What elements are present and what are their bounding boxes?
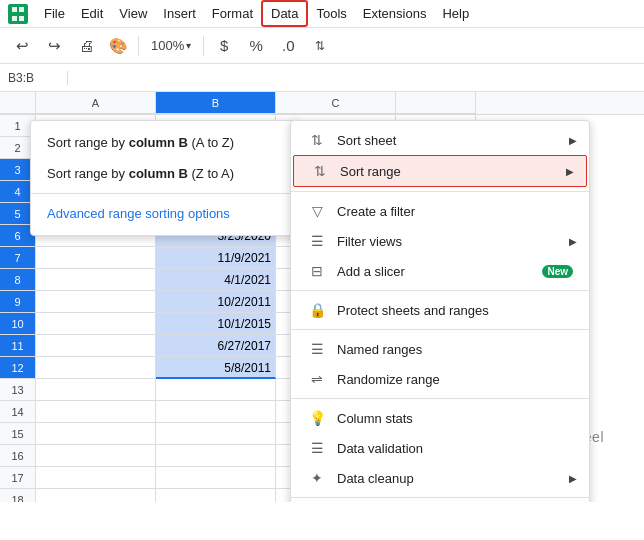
- row-header[interactable]: 17: [0, 467, 36, 489]
- menu-view[interactable]: View: [111, 2, 155, 25]
- zoom-value: 100%: [151, 38, 184, 53]
- menu-insert[interactable]: Insert: [155, 2, 204, 25]
- undo-button[interactable]: ↩: [8, 32, 36, 60]
- list-item[interactable]: 10/1/2015: [156, 313, 276, 335]
- list-item[interactable]: [36, 467, 156, 489]
- row-header[interactable]: 8: [0, 269, 36, 291]
- menu-format[interactable]: Format: [204, 2, 261, 25]
- list-item[interactable]: 6/27/2017: [156, 335, 276, 357]
- data-menu-column-stats[interactable]: 💡 Column stats: [291, 403, 589, 433]
- list-item[interactable]: [36, 357, 156, 379]
- divider-2: [291, 290, 589, 291]
- list-item[interactable]: [36, 379, 156, 401]
- filter-views-label: Filter views: [337, 234, 573, 249]
- sort-za-column: column B: [129, 166, 188, 181]
- new-badge: New: [542, 265, 573, 278]
- sort-icon[interactable]: ⇅: [306, 32, 334, 60]
- row-header[interactable]: 16: [0, 445, 36, 467]
- list-item[interactable]: 11/9/2021: [156, 247, 276, 269]
- toolbar-separator-2: [203, 36, 204, 56]
- list-item[interactable]: [156, 445, 276, 467]
- list-item[interactable]: [156, 401, 276, 423]
- sort-za-prefix: Sort range by: [47, 166, 129, 181]
- list-item[interactable]: [36, 247, 156, 269]
- divider-3: [291, 329, 589, 330]
- data-cleanup-icon: ✦: [307, 470, 327, 486]
- data-menu-create-filter[interactable]: ▽ Create a filter: [291, 196, 589, 226]
- data-cleanup-label: Data cleanup: [337, 471, 573, 486]
- menu-data[interactable]: Data: [261, 0, 308, 27]
- redo-button[interactable]: ↪: [40, 32, 68, 60]
- paint-format-button[interactable]: 🎨: [104, 32, 132, 60]
- list-item[interactable]: [36, 423, 156, 445]
- data-menu-data-cleanup[interactable]: ✦ Data cleanup: [291, 463, 589, 493]
- row-header[interactable]: 10: [0, 313, 36, 335]
- data-menu-named-ranges[interactable]: ☰ Named ranges: [291, 334, 589, 364]
- row-header[interactable]: 13: [0, 379, 36, 401]
- toolbar-separator-1: [138, 36, 139, 56]
- list-item[interactable]: [156, 423, 276, 445]
- sort-az-prefix: Sort range by: [47, 135, 129, 150]
- menu-extensions[interactable]: Extensions: [355, 2, 435, 25]
- list-item[interactable]: 4/1/2021: [156, 269, 276, 291]
- app-logo: [4, 0, 32, 28]
- row-header[interactable]: 15: [0, 423, 36, 445]
- formula-bar: B3:B: [0, 64, 644, 92]
- list-item[interactable]: [36, 269, 156, 291]
- percent-button[interactable]: %: [242, 32, 270, 60]
- decimal-button[interactable]: .0: [274, 32, 302, 60]
- col-header-c[interactable]: C: [276, 92, 396, 114]
- data-menu-randomize[interactable]: ⇌ Randomize range: [291, 364, 589, 394]
- list-item[interactable]: [36, 489, 156, 502]
- data-menu-sort-sheet[interactable]: ⇅ Sort sheet: [291, 125, 589, 155]
- sort-range-label: Sort range: [340, 164, 570, 179]
- list-item[interactable]: [36, 291, 156, 313]
- sort-az-item[interactable]: Sort range by column B (A to Z): [31, 127, 299, 158]
- data-validation-label: Data validation: [337, 441, 573, 456]
- menu-edit[interactable]: Edit: [73, 2, 111, 25]
- list-item[interactable]: [36, 401, 156, 423]
- data-menu-data-validation[interactable]: ☰ Data validation: [291, 433, 589, 463]
- data-menu-protect-sheets[interactable]: 🔒 Protect sheets and ranges: [291, 295, 589, 325]
- column-stats-icon: 💡: [307, 410, 327, 426]
- list-item[interactable]: [156, 489, 276, 502]
- sort-range-icon: ⇅: [310, 163, 330, 179]
- sort-az-column: column B: [129, 135, 188, 150]
- advanced-sort-item[interactable]: Advanced range sorting options: [31, 198, 299, 229]
- list-item[interactable]: [36, 445, 156, 467]
- list-item[interactable]: 5/8/2011: [156, 357, 276, 379]
- menu-file[interactable]: File: [36, 2, 73, 25]
- data-menu[interactable]: ⇅ Sort sheet ⇅ Sort range ▽ Create a fil…: [290, 120, 590, 502]
- row-header[interactable]: 12: [0, 357, 36, 379]
- col-header-d[interactable]: [396, 92, 476, 114]
- data-menu-add-slicer[interactable]: ⊟ Add a slicer New: [291, 256, 589, 286]
- add-slicer-label: Add a slicer: [337, 264, 534, 279]
- randomize-label: Randomize range: [337, 372, 573, 387]
- sort-az-suffix: (A to Z): [188, 135, 234, 150]
- row-header[interactable]: 11: [0, 335, 36, 357]
- list-item[interactable]: [36, 335, 156, 357]
- data-menu-sort-range[interactable]: ⇅ Sort range: [293, 155, 587, 187]
- sort-sheet-label: Sort sheet: [337, 133, 573, 148]
- list-item[interactable]: [156, 467, 276, 489]
- zoom-selector[interactable]: 100% ▾: [145, 36, 197, 55]
- row-header[interactable]: 18: [0, 489, 36, 502]
- list-item[interactable]: [36, 313, 156, 335]
- print-button[interactable]: 🖨: [72, 32, 100, 60]
- sort-za-item[interactable]: Sort range by column B (Z to A): [31, 158, 299, 189]
- data-menu-filter-views[interactable]: ☰ Filter views: [291, 226, 589, 256]
- menu-tools[interactable]: Tools: [308, 2, 354, 25]
- list-item[interactable]: 10/2/2011: [156, 291, 276, 313]
- currency-button[interactable]: $: [210, 32, 238, 60]
- named-ranges-icon: ☰: [307, 341, 327, 357]
- protect-label: Protect sheets and ranges: [337, 303, 573, 318]
- col-header-b[interactable]: B: [156, 92, 276, 114]
- cell-reference[interactable]: B3:B: [8, 71, 68, 85]
- row-header[interactable]: 14: [0, 401, 36, 423]
- row-header[interactable]: 7: [0, 247, 36, 269]
- row-header[interactable]: 9: [0, 291, 36, 313]
- col-header-a[interactable]: A: [36, 92, 156, 114]
- menu-help[interactable]: Help: [434, 2, 477, 25]
- sort-popup[interactable]: Sort range by column B (A to Z) Sort ran…: [30, 120, 300, 236]
- list-item[interactable]: [156, 379, 276, 401]
